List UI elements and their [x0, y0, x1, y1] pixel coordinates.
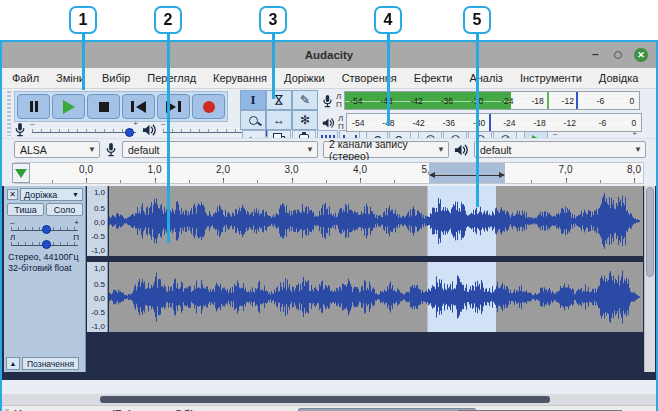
stop-button[interactable]: [87, 94, 120, 119]
meter-peak-indicator: [576, 92, 578, 109]
meter-scale-label: -54: [352, 118, 364, 128]
menu-Перегляд[interactable]: Перегляд: [147, 72, 196, 84]
callout-line-2: [167, 33, 170, 243]
meter-scale-label: -6: [599, 118, 607, 128]
mixer-toolbar: –+ –+: [14, 122, 269, 137]
meter-scale-label: 0: [630, 96, 635, 106]
vertical-scale-ch1[interactable]: 1,00.50,0-0.5-1,0: [87, 186, 108, 256]
menu-Вибір[interactable]: Вибір: [102, 72, 130, 84]
multi-tool-icon: ✻: [300, 113, 310, 127]
ruler-tick-label: 1,0: [148, 164, 162, 175]
ruler-tick-label: 2,0: [216, 164, 230, 175]
menu-Ефекти[interactable]: Ефекти: [414, 72, 453, 84]
toolbar-grip[interactable]: [7, 91, 11, 136]
chevron-down-icon: ▼: [88, 145, 96, 154]
vertical-scale-ch2[interactable]: 1,00.50,0-0.5-1,0: [87, 262, 108, 332]
chevron-down-icon: ▼: [306, 145, 314, 154]
transport-toolbar: [14, 91, 228, 122]
menu-Доріжки[interactable]: Доріжки: [284, 72, 325, 84]
draw-tool-button[interactable]: ✎: [292, 90, 318, 110]
callout-1: 1: [69, 6, 97, 34]
recording-meter-toolbar: ЛП -54-48-42-36-30-24-18-12-60: [322, 90, 640, 111]
play-meter-right-label: П: [338, 123, 344, 131]
zoom-tool-button[interactable]: [240, 110, 266, 130]
pencil-icon: ✎: [300, 93, 310, 107]
track-collapse-button[interactable]: ▲: [6, 357, 20, 370]
vscale-label: 0,0: [94, 294, 105, 303]
menu-Інструменти[interactable]: Інструменти: [520, 72, 582, 84]
vscale-label: -0.5: [91, 232, 105, 241]
multi-tool-button[interactable]: ✻: [292, 110, 318, 130]
ruler-selection-band[interactable]: [429, 163, 506, 183]
track-labels-button[interactable]: Позначення: [22, 357, 79, 370]
vertical-scrollbar[interactable]: [644, 186, 655, 372]
pause-button[interactable]: [17, 94, 50, 119]
play-button[interactable]: [52, 94, 85, 119]
vscale-label: 1,0: [94, 188, 105, 197]
timeshift-tool-button[interactable]: ↔: [266, 110, 292, 130]
track-close-button[interactable]: ✕: [7, 189, 18, 200]
close-button[interactable]: ✕: [634, 48, 648, 62]
meter-scale-label: 0: [632, 118, 637, 128]
callout-line-1: [82, 33, 85, 90]
record-button[interactable]: [192, 94, 225, 119]
meter-scale-label: -24: [503, 118, 515, 128]
gain-slider[interactable]: – +: [10, 219, 79, 233]
selection-tool-button[interactable]: I: [240, 90, 266, 110]
speaker-icon: [322, 117, 335, 129]
gain-thumb[interactable]: [42, 225, 51, 234]
envelope-tool-button[interactable]: ⋈: [266, 90, 292, 110]
solo-button[interactable]: Соло: [46, 203, 83, 216]
timeline-options-button[interactable]: [12, 163, 30, 183]
pan-thumb[interactable]: [42, 240, 51, 249]
menu-Довідка[interactable]: Довідка: [599, 72, 639, 84]
playback-meter-toolbar: ЛП -54-48-42-36-30-24-18-12-60: [322, 112, 642, 133]
menu-Аналіз[interactable]: Аналіз: [469, 72, 502, 84]
recording-volume-thumb[interactable]: [125, 128, 134, 137]
menu-Керування[interactable]: Керування: [213, 72, 267, 84]
microphone-icon: [14, 122, 26, 137]
recording-volume-slider[interactable]: –+: [30, 124, 138, 136]
microphone-icon: [322, 94, 333, 108]
speaker-icon: [142, 123, 157, 137]
audacity-window: Audacity – ✕ ФайлЗміниВибірПереглядКерув…: [0, 40, 658, 411]
minimize-button[interactable]: –: [592, 50, 602, 60]
track-format-line1: Стерео, 44100Гц: [8, 252, 85, 263]
green-triangle-icon: [15, 169, 27, 178]
track-control-panel[interactable]: ✕ Доріжка▼ Тиша Соло – + Л П: [4, 186, 86, 372]
vscale-label: 0.5: [94, 204, 105, 213]
waveform-channel-1[interactable]: [109, 186, 643, 256]
vscale-label: 0.5: [94, 280, 105, 289]
record-icon: [203, 101, 215, 113]
mute-button[interactable]: Тиша: [7, 203, 44, 216]
track-name-dropdown[interactable]: Доріжка▼: [20, 188, 83, 201]
skip-start-button[interactable]: [122, 94, 155, 119]
meter-scale-label: -18: [533, 118, 545, 128]
horizontal-scrollbar[interactable]: [2, 394, 656, 405]
skip-end-button[interactable]: [157, 94, 190, 119]
toolbar-area: –+ –+ I ⋈ ✎ ↔ ✻: [2, 89, 656, 138]
play-icon: [63, 100, 75, 114]
tools-toolbar: I ⋈ ✎ ↔ ✻: [240, 90, 318, 130]
maximize-button[interactable]: [614, 51, 622, 59]
menu-Файл[interactable]: Файл: [12, 72, 39, 84]
selection-toolbar: Частота проєкту (Гц) 44100 ▼ Об'єкти при…: [2, 405, 656, 411]
meter-scale-label: -12: [564, 118, 576, 128]
chevron-down-icon: ▼: [72, 191, 79, 198]
audio-host-combo[interactable]: ALSA▼: [14, 141, 100, 158]
playback-meter[interactable]: -54-48-42-36-30-24-18-12-60: [346, 113, 642, 132]
recording-device-combo[interactable]: default▼: [122, 141, 318, 158]
timeline-ruler[interactable]: -1,00,01,02,03,04,05,06,07,08,0: [14, 162, 644, 184]
screenshot-stage: 12345 Audacity – ✕ ФайлЗміниВибірПерегля…: [0, 0, 658, 411]
pan-slider[interactable]: Л П: [10, 234, 79, 248]
waveform-channel-2[interactable]: [109, 262, 643, 332]
playback-device-combo[interactable]: default▼: [474, 141, 646, 158]
vertical-scrollbar-thumb[interactable]: [646, 187, 654, 277]
titlebar[interactable]: Audacity – ✕: [2, 42, 656, 68]
meter-scale-label: -18: [531, 96, 543, 106]
meter-scale-label: -42: [413, 118, 425, 128]
callout-3: 3: [259, 6, 287, 34]
horizontal-scrollbar-thumb[interactable]: [100, 396, 550, 403]
recording-channels-combo[interactable]: 2 канали запису (стерео)▼: [323, 141, 449, 158]
microphone-icon: [105, 142, 117, 157]
